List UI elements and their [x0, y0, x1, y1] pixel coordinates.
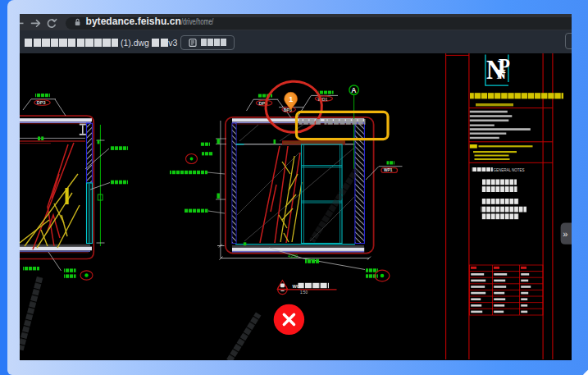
svg-text:A: A	[351, 86, 356, 94]
svg-text:DP3: DP3	[37, 100, 46, 105]
svg-text:WP1: WP1	[384, 168, 393, 172]
svg-text:N: N	[497, 66, 506, 82]
svg-text:GENERAL NOTES: GENERAL NOTES	[494, 168, 525, 172]
svg-text:1: 1	[289, 95, 293, 103]
svg-text:1:50: 1:50	[300, 290, 308, 295]
svg-text:»: »	[563, 229, 567, 239]
